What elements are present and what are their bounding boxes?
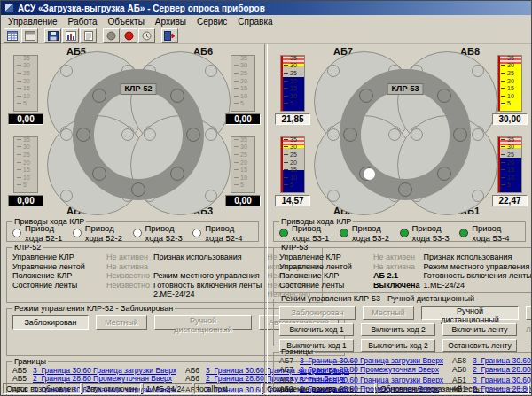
gauge-tick-label: 30 (240, 62, 247, 68)
gauge-tick-label: 25 (23, 151, 30, 158)
status-label: Готовность включения ленты (153, 281, 267, 291)
bolt-hole-icon (205, 65, 217, 77)
window-view-button[interactable] (21, 28, 38, 43)
bolt-hole-icon (327, 128, 340, 141)
drive-52-2[interactable]: Привод хода 52-2 (73, 223, 133, 243)
drive-53-4[interactable]: Привод хода 53-4 (459, 223, 520, 243)
drive-52-1[interactable]: Привод хода 52-1 (12, 223, 73, 243)
ring-bolt-icon (186, 128, 200, 142)
bounds-ab-label: АБ6 (185, 367, 201, 376)
drives-row: Привод хода 52-1 Привод хода 52-2 Привод… (12, 227, 253, 238)
bound-link[interactable]: 3_Граница 30.60 Граница загрузки Вверх (473, 357, 532, 366)
history-button[interactable] (138, 28, 155, 43)
mode-blocked-button[interactable]: Заблокирован (279, 306, 356, 320)
gauge-tick (17, 103, 21, 104)
gauge-tick (17, 154, 21, 155)
bolt-hole-icon (60, 128, 73, 141)
table-view-button[interactable] (4, 28, 20, 43)
gauge-tick-label: 20 (290, 159, 297, 166)
gauge-tick-label: 30 (290, 144, 297, 150)
record-button[interactable] (121, 28, 137, 43)
gauge-value: 14,57 (275, 195, 310, 206)
stop-drive2-button[interactable]: Выключить ход 2 (361, 339, 435, 352)
status-device: 1.МБ-24/24 (143, 383, 192, 394)
menu-work[interactable]: Работа (63, 16, 103, 27)
drive-53-1[interactable]: Привод хода 53-1 (279, 223, 340, 243)
window-title: АСУ «Загрузка-выгрузка АБ» - Сервер опро… (18, 4, 265, 13)
report-button[interactable] (80, 28, 97, 43)
drive-label: Привод хода 53-3 (412, 223, 460, 243)
klr-ring-label: КЛР-53 (387, 83, 424, 95)
gauge-tick-label: 15 (507, 85, 514, 91)
drives-group-klr53: Приводы хода КЛР Привод хода 53-1 Привод… (273, 218, 526, 242)
drive-53-2[interactable]: Привод хода 53-2 (340, 223, 400, 243)
exit-icon (164, 31, 176, 41)
gauge-tick-label: 20 (23, 159, 30, 166)
menu-archives[interactable]: Архивы (150, 16, 192, 27)
start-belt-button[interactable]: Включить ленту (442, 323, 517, 336)
gauge-limit-strip (281, 137, 283, 192)
bounds-ab-label: АБ8 (452, 357, 468, 366)
mode-blocked-button[interactable]: Заблокирован (12, 315, 89, 330)
start-drive1-button[interactable]: Включить ход 1 (279, 323, 354, 336)
bound-link[interactable]: 2_Граница 28.80 Промежуточная Вверх (473, 366, 532, 375)
klr-ring-label: КЛР-52 (121, 83, 157, 95)
mode-local-button[interactable]: Местный (96, 315, 147, 330)
pause-poll-button[interactable] (103, 28, 120, 43)
mode-local-button[interactable]: Местный (363, 306, 414, 320)
bolt-hole-icon (60, 65, 73, 77)
status-value: Не активна (106, 262, 150, 272)
mode-automatic-button[interactable]: Автоматический (526, 306, 532, 320)
menu-control[interactable]: Управление (3, 16, 63, 27)
gauge-tick (234, 81, 239, 82)
exit-button[interactable] (161, 28, 178, 43)
gauge-tick (17, 177, 21, 178)
gauge-tick-label: 30 (507, 62, 514, 68)
gauge-tick (234, 177, 239, 178)
mode-group-title: Режим управления КЛР-53 - Ручной дистанц… (279, 295, 476, 303)
bound-link[interactable]: 2_Граница 28.80 Промежуточная Вверх (300, 366, 439, 375)
gauge-tick-label: 15 (23, 167, 30, 173)
drive-52-4[interactable]: Привод хода 52-4 (192, 223, 253, 243)
menu-help[interactable]: Справка (232, 16, 278, 27)
app-icon (4, 4, 14, 13)
bound-link[interactable]: 3_Граница 30.60 Граница загрузки Вверх (300, 357, 443, 366)
drive-indicator-icon (73, 229, 82, 237)
belt-ready-label: Лента готова (526, 325, 532, 334)
app-window: АСУ «Загрузка-выгрузка АБ» - Сервер опро… (0, 0, 532, 396)
drive-52-3[interactable]: Привод хода 52-3 (133, 223, 193, 243)
pause-icon (106, 31, 116, 41)
status-label: Управление лентой (279, 262, 373, 272)
menu-objects[interactable]: Объекты (103, 16, 150, 27)
save-button[interactable] (44, 28, 61, 43)
gauge-tick-label: 25 (23, 70, 30, 76)
chart-button[interactable] (62, 28, 79, 43)
drive-label: Привод хода 53-4 (472, 223, 520, 243)
gauge-tick-label: 15 (290, 167, 297, 173)
mode-manual-remote-button[interactable]: Ручной дистанционный (154, 315, 252, 330)
drive-indicator-icon (279, 229, 288, 237)
gauge-tick (284, 139, 288, 140)
gauge-bar: 3530252015105 (280, 136, 305, 193)
klr53-status-group: КЛР-53 Управление КЛРНе активен Управлен… (273, 244, 532, 293)
bounds-group-title: Границы (279, 348, 315, 356)
level-gauge-ab4: 3530252015105 0,00 (6, 136, 45, 206)
bound-link[interactable]: 3_Граница 30.60 Граница загрузки Вверх (33, 367, 176, 376)
ring-bolt-icon (453, 128, 467, 142)
menu-service[interactable]: Сервис (192, 16, 232, 27)
gauge-tick (501, 169, 505, 170)
gauge-tick (17, 88, 21, 89)
gauge-tick-label: 20 (290, 78, 297, 84)
drive-53-3[interactable]: Привод хода 53-3 (400, 223, 460, 243)
mode-manual-remote-button[interactable]: Ручной дистанционный (421, 306, 519, 320)
gauge-tick (234, 58, 239, 58)
start-drive2-button[interactable]: Включить ход 2 (361, 323, 435, 336)
status-value: Не активна (373, 262, 420, 272)
status-sound: Звук отключен (82, 383, 141, 394)
gauge-tick-label: 15 (240, 85, 247, 91)
gauge-tick-label: 25 (240, 151, 247, 158)
gauge-tick (284, 184, 288, 185)
stop-belt-button[interactable]: Остановить ленту (442, 339, 517, 352)
gauge-tick (501, 96, 505, 97)
drive-label: Привод хода 52-1 (25, 223, 73, 243)
